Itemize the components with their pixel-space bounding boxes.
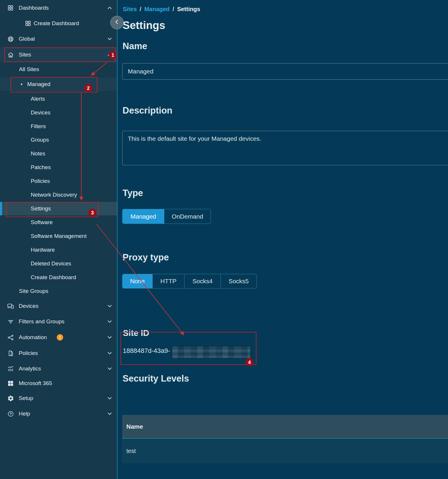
sidebar-item-notes[interactable]: Notes — [0, 147, 117, 160]
sidebar-item-label: Patches — [31, 164, 51, 171]
sidebar-item-label: Create Dashboard — [34, 20, 79, 27]
type-toggle-group: Managed OnDemand — [122, 209, 211, 224]
sidebar-item-all-sites[interactable]: All Sites — [0, 63, 117, 76]
sidebar-item-patches[interactable]: Patches — [0, 161, 117, 174]
proxy-socks4-button[interactable]: Socks4 — [185, 274, 221, 288]
chevron-down-icon[interactable] — [106, 365, 113, 372]
sidebar-item-label: Managed — [27, 81, 50, 87]
chevron-down-icon[interactable] — [106, 334, 113, 341]
type-section-heading: Type — [123, 188, 143, 198]
proxy-toggle-group: None HTTP Socks4 Socks5 — [122, 274, 257, 289]
sidebar-item-deleted-devices[interactable]: Deleted Devices — [0, 257, 117, 270]
sidebar-item-label: Policies — [31, 178, 50, 184]
sidebar-item-label: Create Dashboard — [31, 274, 76, 281]
svg-text:?: ? — [9, 412, 11, 416]
site-id-redacted — [172, 346, 251, 358]
sidebar-collapse-button[interactable] — [110, 16, 124, 29]
sidebar-item-label: Microsoft 365 — [19, 380, 52, 387]
sidebar-nav: DashboardsCreate DashboardGlobalSitesAll… — [0, 0, 117, 479]
sidebar-item-groups[interactable]: Groups — [0, 133, 117, 147]
type-ondemand-button[interactable]: OnDemand — [164, 209, 211, 224]
sidebar-item-setup[interactable]: Setup — [0, 391, 117, 406]
warning-badge-icon: ! — [57, 334, 63, 341]
sidebar-item-devices[interactable]: Devices — [0, 298, 117, 314]
breadcrumb-sites-link[interactable]: Sites — [123, 6, 137, 13]
sidebar-item-create-dashboard[interactable]: Create Dashboard — [0, 271, 117, 284]
chevron-down-icon[interactable] — [106, 411, 113, 417]
gear-icon — [7, 395, 14, 402]
breadcrumb-managed-link[interactable]: Managed — [144, 6, 170, 13]
dashboards-icon — [25, 20, 32, 27]
type-managed-button[interactable]: Managed — [123, 209, 164, 224]
sidebar-item-label: Devices — [31, 109, 51, 116]
sidebar-item-hardware[interactable]: Hardware — [0, 243, 117, 257]
expand-triangle-icon[interactable] — [19, 81, 25, 87]
sidebar-item-create-dashboard[interactable]: Create Dashboard — [0, 17, 117, 30]
table-row[interactable]: test — [122, 439, 448, 463]
security-level-name-cell: test — [122, 448, 136, 454]
sidebar-item-analytics[interactable]: Analytics — [0, 361, 117, 376]
sidebar-item-label: Policies — [19, 350, 38, 356]
policy-icon — [7, 350, 14, 357]
page-title: Settings — [123, 19, 165, 32]
sidebar-item-label: Alerts — [31, 96, 45, 102]
proxy-http-button[interactable]: HTTP — [153, 274, 185, 288]
sidebar-item-sites[interactable]: Sites — [0, 47, 117, 62]
sidebar-item-label: Devices — [19, 303, 39, 309]
microsoft-icon — [7, 380, 14, 387]
sidebar-item-microsoft-365[interactable]: Microsoft 365 — [0, 376, 117, 391]
security-levels-table-header: Name — [122, 415, 448, 439]
analytics-icon — [7, 365, 14, 372]
sidebar-item-label: Groups — [31, 137, 49, 143]
sidebar-item-filters[interactable]: Filters — [0, 120, 117, 133]
sidebar-item-policies[interactable]: Policies — [0, 346, 117, 361]
dashboards-icon — [7, 4, 14, 11]
chevron-down-icon[interactable] — [106, 395, 113, 401]
chevron-down-icon[interactable] — [106, 303, 113, 309]
sidebar-item-managed[interactable]: Managed — [0, 78, 117, 91]
sidebar-item-label: Global — [19, 36, 35, 42]
sidebar-item-global[interactable]: Global — [0, 31, 117, 47]
site-id-value: 1888487d-43a9- — [123, 347, 170, 355]
site-name-input[interactable]: Managed — [122, 63, 448, 80]
sidebar-item-help[interactable]: ?Help — [0, 406, 117, 421]
chevron-left-icon — [114, 19, 120, 26]
proxy-none-button[interactable]: None — [123, 274, 153, 288]
sidebar-item-label: Filters and Groups — [19, 318, 64, 325]
filter-icon — [7, 318, 14, 325]
sidebar-item-network-discovery[interactable]: Network Discovery — [0, 188, 117, 202]
home-icon — [7, 51, 14, 58]
proxy-section-heading: Proxy type — [123, 252, 169, 263]
automation-icon — [7, 334, 14, 341]
breadcrumb-separator: / — [140, 6, 142, 13]
sidebar-item-settings[interactable]: Settings — [0, 202, 117, 215]
breadcrumb-separator: / — [173, 6, 174, 13]
devices-icon — [7, 303, 14, 310]
sidebar-item-alerts[interactable]: Alerts — [0, 92, 117, 106]
sidebar-item-label: Dashboards — [19, 5, 49, 11]
active-item-accent-bar — [0, 202, 2, 215]
chevron-down-icon[interactable] — [106, 36, 113, 42]
sidebar-item-label: Automation — [19, 334, 47, 341]
sidebar-item-label: Software — [31, 219, 53, 226]
sidebar-item-software[interactable]: Software — [0, 216, 117, 229]
sidebar-item-devices[interactable]: Devices — [0, 106, 117, 119]
sidebar-item-software-management[interactable]: Software Management — [0, 229, 117, 243]
chevron-up-icon[interactable] — [106, 5, 113, 11]
site-description-textarea[interactable]: This is the default site for your Manage… — [122, 131, 448, 165]
sidebar-item-label: Help — [19, 411, 30, 417]
sidebar-item-policies[interactable]: Policies — [0, 174, 117, 188]
proxy-socks5-button[interactable]: Socks5 — [221, 274, 256, 288]
sidebar-item-automation[interactable]: Automation! — [0, 330, 117, 345]
sidebar-item-site-groups[interactable]: Site Groups — [0, 284, 117, 298]
sidebar-item-label: Hardware — [31, 247, 55, 253]
sidebar-item-dashboards[interactable]: Dashboards — [0, 0, 117, 16]
chevron-down-icon[interactable] — [106, 318, 113, 325]
sidebar-item-label: Notes — [31, 150, 45, 157]
sidebar-item-label: Site Groups — [19, 288, 48, 294]
help-icon: ? — [7, 410, 14, 417]
sidebar-item-filters-and-groups[interactable]: Filters and Groups — [0, 314, 117, 329]
chevron-down-icon[interactable] — [106, 350, 113, 356]
sidebar-item-label: Filters — [31, 123, 46, 130]
chevron-up-icon[interactable] — [106, 51, 113, 58]
